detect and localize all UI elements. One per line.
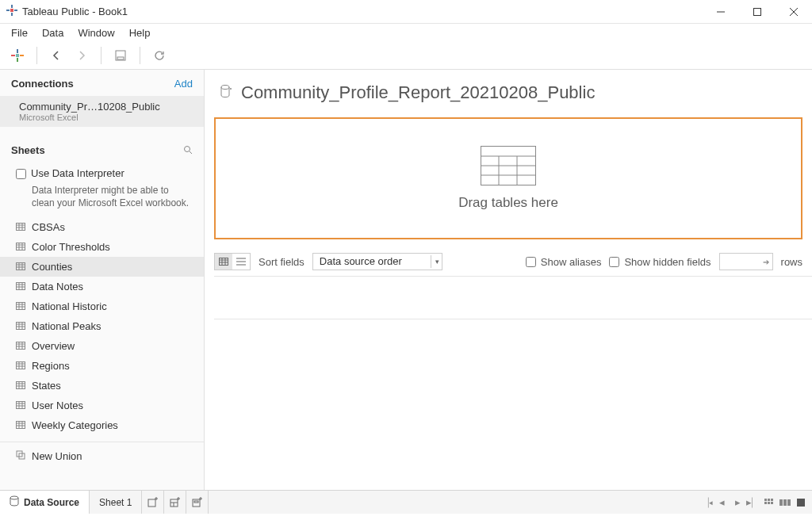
close-button[interactable] <box>776 0 812 24</box>
sort-fields-select[interactable]: Data source order ▾ <box>312 253 442 270</box>
next-control-icon[interactable]: ▸ <box>731 496 744 509</box>
search-icon[interactable] <box>183 145 193 156</box>
filmstrip-icon[interactable] <box>779 496 791 509</box>
add-connection-link[interactable]: Add <box>174 78 193 90</box>
forward-button[interactable] <box>71 44 93 67</box>
data-source-tab-label: Data Source <box>24 497 79 508</box>
toolbar-divider <box>140 47 140 64</box>
tableau-logo-icon <box>6 5 17 18</box>
toolbar-divider <box>36 47 37 64</box>
save-button[interactable] <box>109 44 132 67</box>
show-aliases-row[interactable]: Show aliases <box>526 256 602 268</box>
table-icon <box>16 340 25 352</box>
sheet-item-color-thresholds[interactable]: Color Thresholds <box>0 237 204 257</box>
new-story-button[interactable] <box>186 491 209 514</box>
sheet1-tab-label: Sheet 1 <box>99 497 132 508</box>
sheet-item-user-notes[interactable]: User Notes <box>0 396 204 415</box>
table-icon <box>16 241 25 253</box>
show-aliases-checkbox[interactable] <box>526 257 536 267</box>
connections-title: Connections <box>11 78 74 90</box>
svg-rect-10 <box>17 58 18 62</box>
menu-bar: File Data Window Help <box>0 24 812 41</box>
toolbar-divider <box>101 47 102 64</box>
sheet-item-weekly-categories[interactable]: Weekly Categories <box>0 415 204 435</box>
show-tabs-icon[interactable] <box>763 496 776 509</box>
sheet-item-counties[interactable]: Counties <box>0 257 204 277</box>
tableau-home-icon[interactable] <box>6 44 29 67</box>
sheet1-tab[interactable]: Sheet 1 <box>90 491 142 514</box>
main-area: Connections Add Community_Pr…10208_Publi… <box>0 70 812 490</box>
svg-rect-109 <box>771 502 773 504</box>
data-interpreter-checkbox[interactable] <box>16 169 26 179</box>
svg-rect-104 <box>764 499 767 501</box>
drag-tables-hint: Drag tables here <box>458 195 558 211</box>
show-hidden-checkbox[interactable] <box>609 257 619 267</box>
sheet-item-states[interactable]: States <box>0 376 204 396</box>
sheet-item-national-historic[interactable]: National Historic <box>0 296 204 316</box>
svg-rect-13 <box>16 54 19 57</box>
menu-file[interactable]: File <box>5 25 34 40</box>
drag-tables-area[interactable]: Drag tables here <box>214 117 802 239</box>
svg-rect-106 <box>771 499 773 501</box>
new-worksheet-button[interactable] <box>142 491 164 514</box>
connection-item[interactable]: Community_Pr…10208_Public Microsoft Exce… <box>0 96 204 127</box>
table-icon <box>16 281 25 292</box>
svg-point-76 <box>230 88 232 90</box>
refresh-button[interactable] <box>148 44 170 67</box>
connection-type: Microsoft Excel <box>19 113 193 122</box>
back-button[interactable] <box>45 44 67 67</box>
maximize-button[interactable] <box>739 0 776 24</box>
new-tab-buttons <box>142 491 209 514</box>
rows-input[interactable]: ➔ <box>719 253 773 270</box>
datasource-header: Community_Profile_Report_20210208_Public <box>205 70 812 117</box>
data-grid <box>214 276 812 490</box>
sheet-label: States <box>32 380 61 392</box>
svg-rect-112 <box>787 499 791 506</box>
svg-rect-43 <box>17 323 25 330</box>
svg-rect-83 <box>220 258 228 266</box>
sheet-sorter-icon[interactable] <box>795 496 807 509</box>
svg-rect-63 <box>17 402 25 409</box>
data-source-tab[interactable]: Data Source <box>0 491 90 514</box>
svg-rect-4 <box>10 9 13 12</box>
table-icon <box>16 419 25 431</box>
data-interpreter-note: Data Interpreter might be able to clean … <box>0 182 204 217</box>
svg-rect-12 <box>20 55 24 56</box>
menu-window[interactable]: Window <box>71 25 121 40</box>
sheet-item-regions[interactable]: Regions <box>0 356 204 376</box>
svg-rect-3 <box>14 10 17 11</box>
sheet-item-overview[interactable]: Overview <box>0 336 204 356</box>
grid-view-icon[interactable] <box>215 254 232 270</box>
new-union-button[interactable]: New Union <box>0 442 204 470</box>
rows-label: rows <box>781 256 802 268</box>
table-icon <box>16 360 25 372</box>
sheet-label: Regions <box>32 360 70 372</box>
list-view-icon[interactable] <box>232 254 250 270</box>
sheets-title: Sheets <box>11 144 45 156</box>
sort-fields-value: Data source order <box>320 255 402 267</box>
prev-control-icon[interactable]: ◂ <box>715 496 728 509</box>
sheets-header: Sheets <box>0 136 204 162</box>
menu-data[interactable]: Data <box>36 25 70 40</box>
data-interpreter-label: Use Data Interpreter <box>31 167 124 179</box>
datasource-title[interactable]: Community_Profile_Report_20210208_Public <box>241 82 595 103</box>
first-control-icon[interactable]: ⎹◂ <box>699 496 712 509</box>
new-dashboard-button[interactable] <box>164 491 186 514</box>
sheet-label: CBSAs <box>32 221 65 233</box>
svg-rect-1 <box>11 13 13 16</box>
svg-line-17 <box>190 151 192 154</box>
datasource-tab-icon <box>10 495 19 509</box>
minimize-button[interactable] <box>703 0 739 24</box>
chevron-down-icon: ▾ <box>431 255 439 268</box>
show-hidden-row[interactable]: Show hidden fields <box>609 256 710 268</box>
menu-help[interactable]: Help <box>123 25 157 40</box>
svg-rect-101 <box>194 501 198 503</box>
arrow-right-icon: ➔ <box>763 258 769 266</box>
sheet-item-data-notes[interactable]: Data Notes <box>0 277 204 296</box>
table-icon <box>16 400 25 411</box>
sheet-item-cbsas[interactable]: CBSAs <box>0 217 204 237</box>
svg-rect-48 <box>17 342 25 350</box>
last-control-icon[interactable]: ▸⎸ <box>747 496 760 509</box>
sheet-item-national-peaks[interactable]: National Peaks <box>0 316 204 336</box>
table-icon <box>16 221 25 233</box>
